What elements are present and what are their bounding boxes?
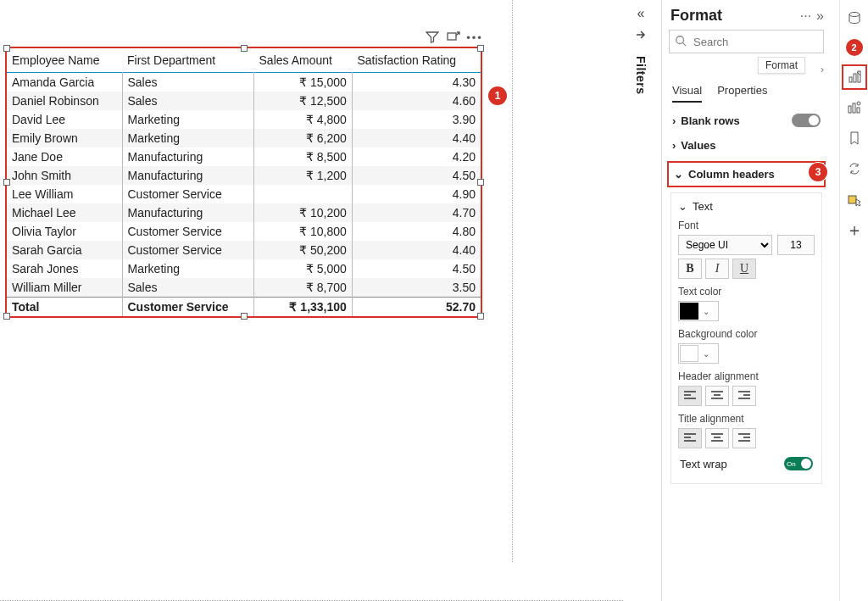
cell: 4.30 bbox=[352, 73, 481, 92]
sync-slicers-icon[interactable] bbox=[845, 159, 864, 178]
subcard-text: ⌄Text Font Segoe UI B I U Text color ⌄ B… bbox=[670, 192, 822, 484]
table-row[interactable]: Amanda GarciaSales₹ 15,0004.30 bbox=[7, 73, 481, 92]
search-icon bbox=[675, 35, 687, 49]
resize-handle[interactable] bbox=[477, 45, 484, 52]
title-align-label: Title alignment bbox=[678, 413, 815, 425]
table-row[interactable]: Emily BrownMarketing₹ 6,2004.40 bbox=[7, 129, 481, 147]
resize-handle[interactable] bbox=[241, 45, 248, 52]
header-department[interactable]: First Department bbox=[122, 48, 254, 73]
align-right-button[interactable] bbox=[732, 386, 756, 406]
cell: Sales bbox=[122, 73, 254, 92]
collapse-pane-icon[interactable]: » bbox=[816, 8, 824, 24]
focus-mode-icon[interactable] bbox=[446, 30, 461, 45]
table-row[interactable]: Daniel RobinsonSales₹ 12,5004.60 bbox=[7, 92, 481, 110]
table-row[interactable]: Lee WilliamCustomer Service4.90 bbox=[7, 185, 481, 203]
cell: Amanda Garcia bbox=[7, 73, 122, 92]
header-row: Employee Name First Department Sales Amo… bbox=[7, 48, 481, 73]
resize-handle[interactable] bbox=[477, 179, 484, 186]
format-pane-title: Format bbox=[670, 7, 795, 25]
card-column-headers[interactable]: ⌄Column headers bbox=[674, 168, 819, 181]
table-row[interactable]: Jane DoeManufacturing₹ 8,5004.20 bbox=[7, 147, 481, 166]
bg-color-picker[interactable]: ⌄ bbox=[678, 343, 719, 364]
filters-arrow-icon bbox=[634, 28, 648, 44]
italic-button[interactable]: I bbox=[705, 259, 729, 279]
header-employee[interactable]: Employee Name bbox=[7, 48, 122, 73]
cell: Sales bbox=[122, 278, 254, 298]
cell: 3.50 bbox=[352, 278, 481, 298]
cell: 4.40 bbox=[352, 241, 481, 259]
resize-handle[interactable] bbox=[3, 179, 10, 186]
align-left-button[interactable] bbox=[678, 386, 702, 406]
font-family-select[interactable]: Segoe UI bbox=[678, 235, 772, 255]
cell: Marketing bbox=[122, 129, 254, 147]
visualizations-pane-icon[interactable] bbox=[845, 98, 864, 117]
add-pane-icon[interactable]: ＋ bbox=[845, 220, 864, 239]
cell: Customer Service bbox=[122, 222, 254, 241]
align-center-button[interactable] bbox=[705, 428, 729, 448]
format-search-input[interactable] bbox=[692, 35, 837, 49]
align-right-button[interactable] bbox=[732, 428, 756, 448]
card-values[interactable]: ›Values bbox=[670, 133, 822, 158]
visual-action-bar: ••• bbox=[425, 30, 482, 45]
table-row[interactable]: John SmithManufacturing₹ 1,2004.50 bbox=[7, 166, 481, 185]
header-rating[interactable]: Satisfaction Rating bbox=[352, 48, 481, 73]
matrix-visual[interactable]: ••• Employee Name First Department Sales… bbox=[5, 47, 482, 318]
card-column-headers-label: Column headers bbox=[688, 168, 775, 181]
more-options-icon[interactable]: ••• bbox=[467, 30, 482, 45]
cell: Manufacturing bbox=[122, 203, 254, 222]
format-visual-icon[interactable] bbox=[845, 68, 864, 86]
cell: Lee William bbox=[7, 185, 122, 203]
callout-3: 3 bbox=[809, 163, 827, 181]
resize-handle[interactable] bbox=[3, 45, 10, 52]
svg-rect-7 bbox=[853, 103, 855, 113]
tab-visual[interactable]: Visual bbox=[672, 84, 702, 103]
cell: John Smith bbox=[7, 166, 122, 185]
card-blank-rows[interactable]: ›Blank rows Off bbox=[670, 108, 822, 133]
toggle-label: On bbox=[787, 460, 796, 468]
table-row[interactable]: Olivia TaylorCustomer Service₹ 10,8004.8… bbox=[7, 222, 481, 241]
cell bbox=[254, 185, 353, 203]
bg-color-label: Background color bbox=[678, 328, 815, 340]
svg-rect-3 bbox=[849, 77, 852, 82]
text-color-label: Text color bbox=[678, 286, 815, 298]
tab-properties[interactable]: Properties bbox=[717, 84, 767, 103]
breadcrumb-format[interactable]: Format bbox=[758, 57, 805, 74]
table-row[interactable]: Sarah GarciaCustomer Service₹ 50,2004.40 bbox=[7, 241, 481, 259]
cell: ₹ 5,000 bbox=[254, 259, 353, 278]
blank-rows-toggle[interactable]: Off bbox=[792, 114, 821, 127]
bookmarks-pane-icon[interactable] bbox=[845, 129, 864, 147]
table-row[interactable]: Sarah JonesMarketing₹ 5,0004.50 bbox=[7, 259, 481, 278]
resize-handle[interactable] bbox=[477, 313, 484, 320]
filters-pane-collapsed[interactable]: « Filters bbox=[627, 6, 654, 95]
cell: 4.70 bbox=[352, 203, 481, 222]
report-canvas[interactable]: ••• Employee Name First Department Sales… bbox=[0, 0, 623, 601]
chevron-down-icon: ⌄ bbox=[674, 168, 683, 181]
format-tabs: Visual Properties bbox=[662, 79, 831, 103]
text-color-picker[interactable]: ⌄ bbox=[678, 301, 719, 321]
svg-rect-10 bbox=[849, 196, 856, 203]
align-center-button[interactable] bbox=[705, 386, 729, 406]
right-rail: 2 ＋ bbox=[839, 0, 868, 601]
svg-rect-8 bbox=[857, 108, 860, 113]
expand-filters-icon[interactable]: « bbox=[637, 6, 645, 21]
filter-icon[interactable] bbox=[425, 30, 440, 45]
cell: Sarah Jones bbox=[7, 259, 122, 278]
text-wrap-toggle[interactable]: On bbox=[784, 457, 813, 470]
table-row[interactable]: Michael LeeManufacturing₹ 10,2004.70 bbox=[7, 203, 481, 222]
bold-button[interactable]: B bbox=[678, 259, 702, 279]
more-icon[interactable]: ··· bbox=[800, 8, 811, 24]
table-row[interactable]: William MillerSales₹ 8,7003.50 bbox=[7, 278, 481, 298]
cell: Olivia Taylor bbox=[7, 222, 122, 241]
cell: Sales bbox=[122, 92, 254, 110]
resize-handle[interactable] bbox=[3, 313, 10, 320]
resize-handle[interactable] bbox=[241, 313, 248, 320]
font-size-input[interactable] bbox=[777, 235, 815, 255]
format-search[interactable] bbox=[669, 30, 824, 53]
header-sales[interactable]: Sales Amount bbox=[254, 48, 353, 73]
underline-button[interactable]: U bbox=[732, 259, 756, 279]
selection-pane-icon[interactable] bbox=[845, 190, 864, 209]
table-row[interactable]: David LeeMarketing₹ 4,8003.90 bbox=[7, 110, 481, 129]
total-dept: Customer Service bbox=[122, 298, 254, 317]
data-pane-icon[interactable] bbox=[845, 8, 864, 27]
align-left-button[interactable] bbox=[678, 428, 702, 448]
